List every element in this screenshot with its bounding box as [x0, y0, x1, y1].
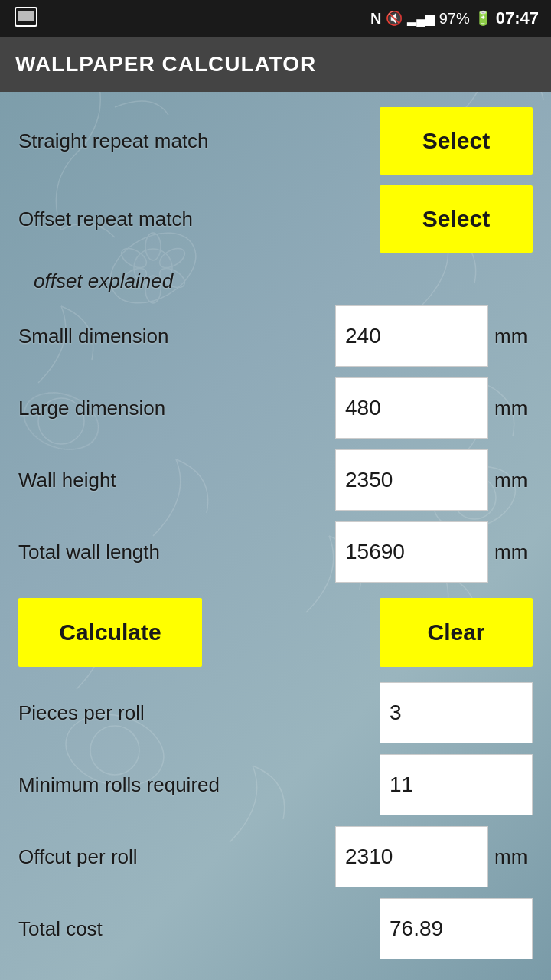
app-header: WALLPAPER CALCULATOR	[0, 37, 551, 92]
small-dimension-input[interactable]	[335, 305, 488, 367]
large-dimension-row: Large dimension mm	[18, 377, 533, 439]
total-wall-length-input-group: mm	[335, 521, 533, 583]
battery-icon: 🔋	[474, 10, 491, 27]
large-dimension-unit: mm	[494, 397, 533, 420]
pieces-per-roll-label: Pieces per roll	[18, 701, 380, 725]
total-wall-length-label: Total wall length	[18, 541, 335, 564]
total-cost-label: Total cost	[18, 917, 380, 941]
min-rolls-row: Minimum rolls required 11	[18, 754, 533, 815]
large-dimension-input-group: mm	[335, 377, 533, 439]
total-cost-value: 76.89	[380, 898, 533, 959]
main-content: Straight repeat match Select Offset repe…	[0, 92, 551, 980]
large-dimension-label: Large dimension	[18, 397, 335, 420]
wall-height-input-group: mm	[335, 449, 533, 511]
wall-height-label: Wall height	[18, 469, 335, 492]
pieces-per-roll-value: 3	[380, 682, 533, 743]
svg-rect-15	[18, 11, 34, 21]
small-dimension-row: Smalll dimension mm	[18, 305, 533, 367]
calculate-button[interactable]: Calculate	[18, 598, 202, 667]
small-dimension-unit: mm	[494, 325, 533, 348]
wall-height-input[interactable]	[335, 449, 488, 511]
clock: 07:47	[496, 8, 539, 28]
wall-height-unit: mm	[494, 469, 533, 492]
total-wall-length-input[interactable]	[335, 521, 488, 583]
status-bar-right-icons: N 🔇 ▂▄▆ 97% 🔋 07:47	[370, 8, 539, 28]
wall-height-row: Wall height mm	[18, 449, 533, 511]
straight-repeat-label: Straight repeat match	[18, 129, 380, 153]
offset-repeat-select-button[interactable]: Select	[380, 185, 533, 253]
mute-icon: 🔇	[386, 10, 403, 27]
straight-repeat-row: Straight repeat match Select	[18, 107, 533, 175]
signal-icon: ▂▄▆	[407, 11, 434, 26]
offcut-per-roll-group: 2310 mm	[335, 826, 533, 887]
offset-repeat-row: Offset repeat match Select	[18, 185, 533, 253]
network-icon: N	[370, 10, 381, 28]
offcut-per-roll-label: Offcut per roll	[18, 845, 335, 869]
offset-explained: offset explained	[18, 263, 533, 305]
battery-percentage: 97%	[439, 10, 470, 28]
offcut-per-roll-row: Offcut per roll 2310 mm	[18, 826, 533, 887]
offset-repeat-label: Offset repeat match	[18, 207, 380, 231]
offcut-per-roll-value: 2310	[335, 826, 488, 887]
offset-explained-text: offset explained	[34, 270, 173, 292]
total-wall-length-unit: mm	[494, 541, 533, 564]
offcut-per-roll-unit: mm	[494, 845, 533, 869]
action-button-row: Calculate Clear	[18, 598, 533, 667]
total-cost-row: Total cost 76.89	[18, 898, 533, 959]
small-dimension-input-group: mm	[335, 305, 533, 367]
pieces-per-roll-row: Pieces per roll 3	[18, 682, 533, 743]
clear-button[interactable]: Clear	[380, 598, 533, 667]
app-title: WALLPAPER CALCULATOR	[15, 52, 316, 77]
large-dimension-input[interactable]	[335, 377, 488, 439]
min-rolls-value: 11	[380, 754, 533, 815]
small-dimension-label: Smalll dimension	[18, 325, 335, 348]
total-wall-length-row: Total wall length mm	[18, 521, 533, 583]
status-bar-left-icon	[12, 5, 40, 32]
min-rolls-label: Minimum rolls required	[18, 773, 380, 797]
status-bar: N 🔇 ▂▄▆ 97% 🔋 07:47	[0, 0, 551, 37]
straight-repeat-select-button[interactable]: Select	[380, 107, 533, 175]
